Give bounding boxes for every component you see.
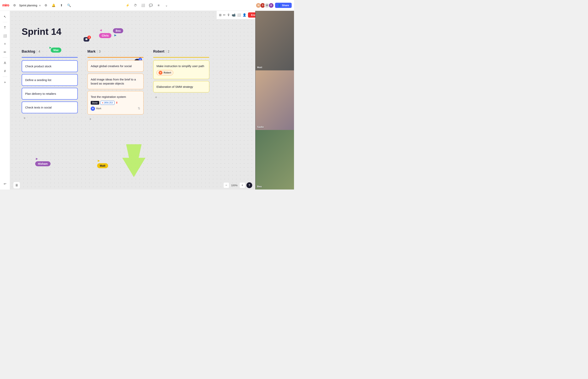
mark-divider	[97, 50, 97, 54]
tag-jira: ● JIRA-253	[100, 101, 115, 105]
mae-cursor-arrow: ►	[49, 46, 52, 49]
board-title: Sprint 14	[22, 26, 61, 37]
card-text: Add image ideas from the brief to a boar…	[91, 78, 136, 85]
tool-pen[interactable]: ✏	[1, 48, 9, 56]
chat-bubble[interactable]: 💬 3	[83, 37, 89, 42]
mark-title: Mark	[87, 49, 95, 54]
avatar-bea: B	[269, 3, 274, 8]
canvas: Sprint 14 💬 3 ► Mae ◄ Chris	[10, 11, 255, 190]
share-label: Share	[282, 4, 289, 7]
zoom-level: 100%	[230, 184, 238, 187]
main-area: ↖ T ⬜ ⌗ ✏ A # » ↩ Sprint 14 💬 3 ► Mae	[0, 11, 294, 190]
nav-timer-button[interactable]: ⏱	[132, 2, 139, 9]
video-sadie-name: Sadie	[257, 126, 264, 128]
robert-column: Robert 2 Make instruction to simplify us…	[153, 49, 209, 100]
assignee-name: Mark	[96, 107, 101, 110]
card-add-image-ideas[interactable]: Add image ideas from the brief to a boar…	[87, 74, 143, 89]
card-check-product-stock[interactable]: Check product stock	[22, 60, 78, 72]
card-check-texts[interactable]: Check texts in social	[22, 101, 78, 113]
video-matt-name: Matt	[257, 66, 262, 69]
zoom-in-button[interactable]: +	[239, 182, 245, 188]
nav-lightning-button[interactable]: ⚡	[124, 2, 131, 9]
bea-label: Bea	[113, 28, 123, 33]
robert-avatar: R	[159, 71, 162, 75]
nav-apps-button[interactable]: ≡	[155, 2, 162, 9]
nav-search-button[interactable]: 🔍	[66, 2, 72, 9]
nav-export-button[interactable]: ⬆	[58, 2, 64, 9]
top-navigation: miro ⚙ Sprint planning ★ ⚙ 🔔 ⬆ 🔍 ⚡ ⏱ ⬜ 💬…	[0, 0, 294, 11]
chris-cursor-wrapper: ◄ Chris	[99, 28, 111, 38]
tool-sticky[interactable]: ⌗	[1, 40, 9, 47]
mark-column: Mark 3 Adapt global creatives for social…	[87, 49, 143, 122]
tag-done: Done	[91, 101, 99, 105]
second-toolbar: ⊞ ✏ 🎙 📹 ⬜ 👤 End	[217, 11, 255, 19]
screen-share-button[interactable]: ⬜	[237, 12, 241, 18]
card-elaboration-smm[interactable]: Elaboration of SMM strategy	[153, 81, 209, 93]
video-bea: Bea	[255, 130, 294, 190]
zoom-out-button[interactable]: −	[223, 182, 229, 188]
tool-text[interactable]: T	[1, 24, 9, 31]
nav-more-button[interactable]: ⌄	[163, 2, 170, 9]
mic-button[interactable]: 🎙	[227, 12, 230, 18]
mark-add-button[interactable]: +	[87, 116, 93, 122]
robert-add-button[interactable]: +	[153, 94, 159, 100]
tool-expand[interactable]: »	[1, 79, 9, 86]
center-toolbar: ⚡ ⏱ ⬜ 💬 ≡ ⌄	[124, 2, 170, 9]
card-plan-delivery[interactable]: Plan delivery to retailers	[22, 88, 78, 100]
tool-separator2	[3, 57, 7, 58]
filter-button[interactable]: ⊞	[219, 12, 222, 18]
video-cell-sadie: Sadie	[255, 70, 294, 130]
person-button[interactable]: 👤	[242, 12, 246, 18]
tool-separator3	[3, 77, 7, 77]
card-text: Check texts in social	[25, 106, 52, 109]
favorite-star-icon[interactable]: ★	[39, 4, 41, 7]
backlog-title: Backlog	[22, 49, 35, 54]
tool-hashtag[interactable]: #	[1, 68, 9, 75]
tool-shape[interactable]: ⬜	[1, 32, 9, 39]
minus-icon: −	[225, 184, 227, 187]
card-adapt-global[interactable]: Adapt global creatives for social	[87, 60, 143, 72]
help-button[interactable]: ?	[246, 182, 252, 188]
assignee-avatar: M	[91, 107, 95, 111]
bea-arrow-icon: ►	[114, 33, 117, 37]
sidebar-toggle-button[interactable]: ☰	[13, 182, 20, 189]
video-button[interactable]: 📹	[232, 12, 236, 18]
nav-screen-button[interactable]: ⬜	[140, 2, 147, 9]
tool-font[interactable]: A	[1, 60, 9, 66]
nav-notifications-button[interactable]: 🔔	[50, 2, 57, 9]
mark-count: 3	[99, 50, 101, 53]
video-sadie: Sadie	[255, 70, 294, 130]
bea-chris-cursors: ◄ Chris Bea ►	[99, 28, 123, 38]
end-button[interactable]: End	[248, 12, 255, 18]
backlog-underline	[22, 57, 78, 58]
nav-chat-button[interactable]: 💬	[147, 2, 154, 9]
share-button[interactable]: 👤 Share	[275, 3, 292, 8]
robert-title: Robert	[153, 49, 164, 54]
backlog-header: Backlog 4	[22, 49, 78, 55]
card-text: Define a seeding list	[25, 78, 51, 82]
backlog-column: Backlog 4 Check product stock Define a s…	[22, 49, 78, 121]
mae-cursor: ► Mae	[49, 46, 52, 50]
nav-settings-button2[interactable]: ⚙	[43, 2, 49, 9]
backlog-add-button[interactable]: +	[22, 115, 28, 121]
card-test-registration[interactable]: Test the registration system Done ● JIRA…	[87, 91, 143, 114]
card-define-seeding[interactable]: Define a seeding list	[22, 74, 78, 86]
card-text: Adapt global creatives for social	[91, 64, 132, 68]
chris-label: Chris	[99, 33, 111, 38]
video-cell-matt: Matt	[255, 11, 294, 70]
backlog-count: 4	[38, 50, 40, 53]
tool-undo[interactable]: ↩	[1, 180, 9, 187]
hisham-cursor: ► Hisham	[35, 157, 50, 166]
card-assignee: M Mark ⇅	[91, 106, 140, 111]
green-arrow-decoration	[118, 142, 149, 182]
matt-arrow: ►	[97, 159, 101, 163]
pen-button[interactable]: ✏	[223, 12, 225, 18]
nav-settings-button[interactable]: ⚙	[11, 2, 18, 9]
card-make-instruction[interactable]: Make instruction to simplify user path R…	[153, 60, 209, 79]
robert-count: 2	[168, 50, 169, 53]
video-bea-name: Bea	[257, 185, 262, 188]
backlog-divider	[37, 50, 37, 54]
tool-select[interactable]: ↖	[1, 13, 9, 20]
bottom-bar: ☰ − 100% + ?	[10, 181, 255, 190]
hisham-arrow: ►	[35, 157, 39, 161]
